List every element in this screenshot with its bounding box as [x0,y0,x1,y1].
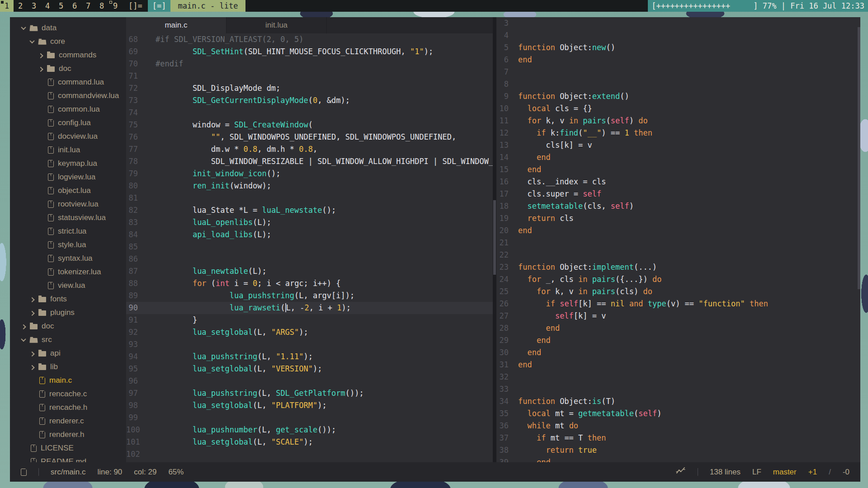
workspace-tag-5[interactable]: 5 [54,0,68,12]
code-area-object-lua[interactable]: 345function Object:new()6end789function … [496,17,860,462]
code-line-13[interactable]: 13 cls[k] = v [496,139,860,151]
code-line-37[interactable]: 37 if mt == T then [496,432,860,444]
code-line-99[interactable]: 99 [126,412,493,424]
code-line-24[interactable]: 24 for _, cls in pairs({...}) do [496,273,860,286]
code-line-73[interactable]: 73 SDL_GetCurrentDisplayMode(0, &dm); [126,94,493,107]
code-line-86[interactable]: 86 [126,253,493,265]
tree-folder-lib[interactable]: lib [10,360,126,374]
pane-divider[interactable] [493,17,496,462]
code-line-84[interactable]: 84 api_load_libs(L); [126,229,493,241]
code-line-21[interactable]: 21 [496,237,860,249]
code-line-76[interactable]: 76 "", SDL_WINDOWPOS_UNDEFINED, SDL_WIND… [126,131,493,143]
code-line-74[interactable]: 74 [126,107,493,119]
tree-file-init-lua[interactable]: init.lua [10,143,126,157]
code-line-90[interactable]: 90 lua_rawseti(L, -2, i + 1); [126,302,493,314]
code-line-17[interactable]: 17 cls.super = self [496,188,860,200]
code-line-30[interactable]: 30 end [496,347,860,359]
code-line-20[interactable]: 20end [496,225,860,237]
workspace-tag-1[interactable]: 1 [0,0,14,12]
tree-file-main-c[interactable]: main.c [10,374,126,387]
code-line-97[interactable]: 97 lua_pushstring(L, SDL_GetPlatform()); [126,387,493,399]
code-line-98[interactable]: 98 lua_setglobal(L, "PLATFORM"); [126,399,493,412]
tree-file-renderer-c[interactable]: renderer.c [10,414,126,428]
layout-symbol[interactable]: []= [122,0,148,12]
tree-file-syntax-lua[interactable]: syntax.lua [10,252,126,265]
tree-file-command-lua[interactable]: command.lua [10,75,126,89]
tree-folder-api[interactable]: api [10,347,126,360]
code-line-80[interactable]: 80 ren_init(window); [126,180,493,192]
code-line-6[interactable]: 6end [496,54,860,66]
file-tree[interactable]: datacorecommandsdoccommand.luacommandvie… [10,17,126,462]
code-line-39[interactable]: 39 end [496,456,860,462]
tree-file-view-lua[interactable]: view.lua [10,279,126,292]
code-line-93[interactable]: 93 [126,338,493,351]
tree-file-docview-lua[interactable]: docview.lua [10,130,126,143]
code-line-28[interactable]: 28 end [496,322,860,334]
code-line-82[interactable]: 82 lua_State *L = luaL_newstate(); [126,204,493,216]
tree-folder-src[interactable]: src [10,333,126,347]
tree-file-object-lua[interactable]: object.lua [10,184,126,197]
tree-file-keymap-lua[interactable]: keymap.lua [10,157,126,170]
code-line-8[interactable]: 8 [496,78,860,90]
tree-file-strict-lua[interactable]: strict.lua [10,225,126,238]
code-line-77[interactable]: 77 dm.w * 0.8, dm.h * 0.8, [126,143,493,155]
code-line-78[interactable]: 78 SDL_WINDOW_RESIZABLE | SDL_WINDOW_ALL… [126,155,493,168]
tree-folder-doc[interactable]: doc [10,62,126,75]
code-line-75[interactable]: 75 window = SDL_CreateWindow( [126,119,493,131]
tree-folder-fonts[interactable]: fonts [10,292,126,306]
code-line-79[interactable]: 79 init_window_icon(); [126,168,493,180]
code-line-31[interactable]: 31end [496,359,860,371]
tree-folder-plugins[interactable]: plugins [10,306,126,319]
code-line-34[interactable]: 34function Object:is(T) [496,395,860,408]
code-line-102[interactable]: 102 [126,448,493,460]
tree-file-rencache-c[interactable]: rencache.c [10,387,126,401]
code-line-5[interactable]: 5function Object:new() [496,42,860,54]
code-line-92[interactable]: 92 lua_setglobal(L, "ARGS"); [126,326,493,338]
code-line-71[interactable]: 71 [126,70,493,82]
code-line-11[interactable]: 11 for k, v in pairs(self) do [496,115,860,127]
code-line-96[interactable]: 96 [126,375,493,387]
tree-file-config-lua[interactable]: config.lua [10,116,126,130]
code-line-81[interactable]: 81 [126,192,493,204]
code-line-72[interactable]: 72 SDL_DisplayMode dm; [126,82,493,94]
code-line-87[interactable]: 87 lua_newtable(L); [126,265,493,277]
tree-file-common-lua[interactable]: common.lua [10,103,126,116]
right-pane-scrollbar[interactable] [858,27,860,289]
tree-file-commandview-lua[interactable]: commandview.lua [10,89,126,103]
code-line-70[interactable]: 70#endif [126,58,493,70]
code-line-12[interactable]: 12 if k:find("__") == 1 then [496,127,860,139]
tree-file-readme-md[interactable]: README.md [10,455,126,462]
code-line-100[interactable]: 100 lua_pushnumber(L, get_scale()); [126,424,493,436]
code-line-89[interactable]: 89 lua_pushstring(L, argv[i]); [126,290,493,302]
tab-main-c[interactable]: main.c [126,17,226,33]
tree-file-renderer-h[interactable]: renderer.h [10,428,126,441]
code-line-18[interactable]: 18 setmetatable(cls, self) [496,200,860,212]
code-line-4[interactable]: 4 [496,29,860,42]
code-line-3[interactable]: 3 [496,17,860,29]
code-line-69[interactable]: 69 SDL_SetHint(SDL_HINT_MOUSE_FOCUS_CLIC… [126,46,493,58]
tree-file-license[interactable]: LICENSE [10,441,126,455]
code-line-29[interactable]: 29 end [496,334,860,347]
code-line-35[interactable]: 35 local mt = getmetatable(self) [496,408,860,420]
code-line-101[interactable]: 101 lua_setglobal(L, "SCALE"); [126,436,493,448]
code-line-16[interactable]: 16 cls.__index = cls [496,176,860,188]
code-line-85[interactable]: 85 [126,241,493,253]
code-line-32[interactable]: 32 [496,371,860,383]
workspace-tag-4[interactable]: 4 [41,0,54,12]
code-line-88[interactable]: 88 for (int i = 0; i < argc; i++) { [126,277,493,290]
code-line-91[interactable]: 91 } [126,314,493,326]
tab-init-lua[interactable]: init.lua [226,17,327,33]
code-line-7[interactable]: 7 [496,66,860,78]
code-area-main-c[interactable]: 68#if SDL_VERSION_ATLEAST(2, 0, 5)69 SDL… [126,33,493,460]
workspace-tag-7[interactable]: 7 [81,0,95,12]
code-line-22[interactable]: 22 [496,249,860,261]
tree-file-logview-lua[interactable]: logview.lua [10,170,126,184]
code-line-95[interactable]: 95 lua_setglobal(L, "VERSION"); [126,363,493,375]
code-line-19[interactable]: 19 return cls [496,212,860,225]
tree-folder-data[interactable]: data [10,21,126,35]
tree-file-style-lua[interactable]: style.lua [10,238,126,252]
code-line-27[interactable]: 27 self[k] = v [496,310,860,322]
code-line-15[interactable]: 15 end [496,164,860,176]
workspace-tag-3[interactable]: 3 [27,0,41,12]
code-line-94[interactable]: 94 lua_pushstring(L, "1.11"); [126,351,493,363]
